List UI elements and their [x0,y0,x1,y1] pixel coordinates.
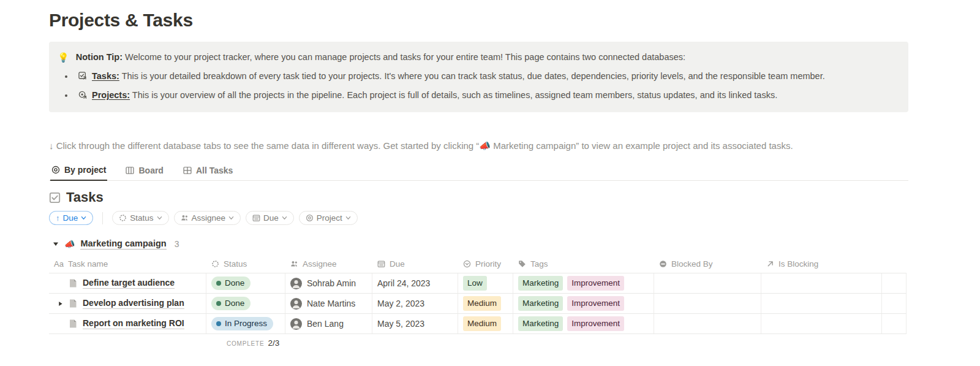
spacer-cell [882,273,907,293]
tab-board[interactable]: Board [124,161,164,180]
filter-chip-assignee[interactable]: Assignee [174,211,241,225]
status-dot-icon [216,301,221,306]
notion-tip-callout: 💡 Notion Tip: Welcome to your project tr… [49,42,908,112]
database-view-tabs: By project Board All Tasks [49,161,908,181]
tag-pill: Improvement [567,316,624,331]
priority-cell[interactable]: Low [458,273,513,293]
tasks-db-link[interactable]: Tasks: [92,71,119,81]
filter-bar: ↑ Due Status Assignee Due [49,211,908,225]
task-name-link[interactable]: Develop advertising plan [83,298,184,309]
lightbulb-icon: 💡 [58,51,69,64]
task-name-cell[interactable]: Define target audience [49,273,206,293]
tags-cell[interactable]: Marketing Improvement [513,273,654,293]
target-icon [306,214,314,222]
tags-cell[interactable]: Marketing Improvement [513,294,654,313]
column-header-due[interactable]: Due [372,259,458,269]
due-cell[interactable]: May 5, 2023 [372,314,458,334]
target-icon [51,166,60,174]
chevron-down-icon [282,215,287,221]
filter-chip-label: Status [130,213,153,223]
megaphone-icon: 📣 [64,239,75,249]
tag-pill: Improvement [567,296,624,311]
status-cell[interactable]: Done [206,294,285,313]
table-header-row: Aa Task name Status Assignee Due P [49,255,907,273]
task-name-link[interactable]: Report on marketing ROI [83,318,184,329]
column-header-status[interactable]: Status [206,259,285,269]
avatar [290,298,302,310]
table-row: Define target audience Done Sohrab Amin … [49,273,907,294]
group-count: 3 [175,239,179,249]
page-title[interactable]: Projects & Tasks [49,0,908,31]
tab-label: All Tasks [196,166,233,175]
tag-pill: Marketing [518,276,563,291]
column-calculation-complete[interactable]: COMPLETE 2/3 [227,338,907,348]
priority-cell[interactable]: Medium [458,314,513,334]
triangle-right-icon [58,301,63,307]
group-name-link[interactable]: Marketing campaign [80,238,166,250]
column-label: Due [390,259,405,269]
tip-text: Welcome to your project tracker, where y… [125,52,685,62]
filter-chip-status[interactable]: Status [112,211,168,225]
tasks-table: Aa Task name Status Assignee Due P [49,255,907,348]
column-header-blocked-by[interactable]: Blocked By [654,259,761,269]
assignee-name: Ben Lang [307,319,344,329]
priority-pill: Medium [463,316,501,331]
people-icon [181,214,189,222]
status-label: In Progress [225,318,267,330]
page-icon [68,278,78,288]
assignee-name: Sohrab Amin [307,278,356,288]
tasks-title[interactable]: Tasks [66,189,104,205]
is-blocking-cell[interactable] [761,273,882,293]
blocked-by-cell[interactable] [654,273,761,293]
status-dot-icon [216,281,221,286]
is-blocking-cell[interactable] [761,294,882,313]
status-cell[interactable]: Done [206,273,285,293]
filter-chip-label: Due [263,213,279,223]
row-expand-toggle[interactable] [55,301,66,307]
callout-bullet-tasks: Tasks: This is your detailed breakdown o… [74,70,899,83]
collapse-toggle-icon[interactable] [53,241,59,247]
projects-db-link[interactable]: Projects: [92,90,130,100]
column-header-priority[interactable]: Priority [458,259,513,269]
column-label: Status [224,259,247,269]
callout-bullet-projects: Projects: This is your overview of all t… [74,89,899,102]
is-blocking-cell[interactable] [761,314,882,334]
due-cell[interactable]: May 2, 2023 [372,294,458,313]
sort-chip-label: Due [63,213,78,223]
task-name-cell[interactable]: Develop advertising plan [49,294,206,313]
filter-chip-due[interactable]: Due [246,211,294,225]
arrow-up-right-icon [766,260,774,268]
page-icon [68,319,78,329]
due-cell[interactable]: April 24, 2023 [372,273,458,293]
assignee-cell[interactable]: Nate Martins [285,294,372,313]
chevron-down-icon [157,215,162,221]
arrow-up-icon: ↑ [56,213,60,223]
tab-by-project[interactable]: By project [50,161,107,181]
tab-all-tasks[interactable]: All Tasks [182,161,234,180]
column-header-tags[interactable]: Tags [513,259,654,269]
priority-cell[interactable]: Medium [458,294,513,313]
filter-chip-project[interactable]: Project [299,211,358,225]
task-name-cell[interactable]: Report on marketing ROI [49,314,206,334]
assignee-cell[interactable]: Sohrab Amin [285,273,372,293]
due-date: April 24, 2023 [377,278,430,288]
due-date: May 2, 2023 [377,299,424,308]
select-icon [463,260,471,268]
filter-chip-label: Assignee [192,213,226,223]
assignee-cell[interactable]: Ben Lang [285,314,372,334]
sort-chip-due[interactable]: ↑ Due [49,211,93,225]
tip-label: Notion Tip: [76,52,123,62]
priority-pill: Medium [463,296,501,311]
blocked-by-cell[interactable] [654,314,761,334]
column-header-is-blocking[interactable]: Is Blocking [761,259,882,269]
status-cell[interactable]: In Progress [206,314,285,334]
column-header-assignee[interactable]: Assignee [285,259,372,269]
blocked-by-cell[interactable] [654,294,761,313]
status-label: Done [225,278,244,289]
projects-db-description: This is your overview of all the project… [132,90,777,100]
column-label: Priority [475,259,501,269]
task-name-link[interactable]: Define target audience [83,278,175,289]
tags-cell[interactable]: Marketing Improvement [513,314,654,334]
column-header-task-name[interactable]: Aa Task name [49,259,206,269]
column-label: Task name [68,259,108,269]
